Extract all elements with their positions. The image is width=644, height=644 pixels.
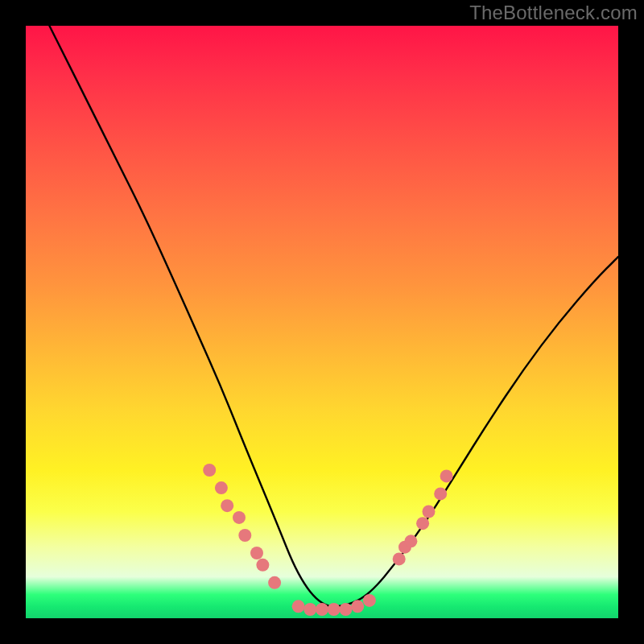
data-point <box>423 506 436 518</box>
data-point <box>238 529 251 542</box>
bottleneck-curve <box>49 26 618 606</box>
data-point <box>404 535 417 547</box>
data-point <box>416 517 429 530</box>
data-point <box>215 481 228 494</box>
data-point <box>221 499 233 512</box>
data-point <box>434 487 447 500</box>
data-point <box>268 576 281 589</box>
data-point <box>250 547 263 559</box>
data-point <box>440 469 453 482</box>
data-point <box>351 600 364 613</box>
data-point <box>303 603 316 616</box>
data-point <box>292 600 305 613</box>
data-point <box>203 464 216 477</box>
data-point <box>363 594 376 607</box>
plot-area <box>26 26 618 618</box>
watermark-text: TheBottleneck.com <box>469 2 638 24</box>
data-point <box>393 552 406 565</box>
chart-svg <box>26 26 618 618</box>
data-point <box>339 603 352 616</box>
data-point <box>328 603 341 616</box>
data-point <box>316 603 328 616</box>
data-point <box>233 511 246 524</box>
data-point <box>256 559 269 572</box>
chart-frame: TheBottleneck.com <box>0 0 644 644</box>
highlight-dots <box>203 464 452 616</box>
